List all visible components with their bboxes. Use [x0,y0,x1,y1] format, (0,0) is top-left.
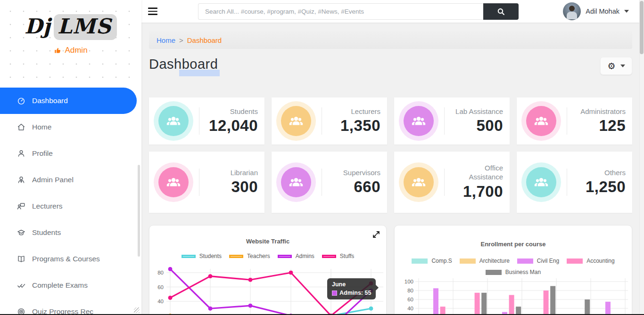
breadcrumb: Home > Dashboard [149,31,632,49]
stat-value: 125 [574,117,626,135]
page-title: Dashboard [149,57,218,72]
stat-value: 12,040 [206,117,258,135]
sidebar-item-label: Programs & Courses [32,255,100,263]
gear-icon: ⚙ [607,62,615,71]
graduate-icon [17,228,25,237]
divider [567,107,567,135]
sidebar-item-students[interactable]: Students [0,219,141,246]
sidebar-item-label: Students [32,228,61,237]
stat-value: 500 [451,117,503,135]
stat-label: Office Assistance [451,164,503,182]
sidebar-item-complete-exams[interactable]: Complete Exams [0,272,141,299]
chevron-down-icon [624,10,629,13]
chevron-down-icon [620,65,625,67]
search-bar [198,3,519,20]
sidebar-item-dashboard[interactable]: Dashboard [0,88,137,114]
divider [199,169,199,196]
stat-icon-halo [154,101,193,141]
sidebar-item-label: Complete Exams [32,281,88,290]
main-content: Home > Dashboard Dashboard ⚙ Students12,… [141,23,644,315]
people-group-icon [526,167,556,197]
thumbs-up-icon [54,47,61,54]
people-group-icon [281,167,311,197]
divider [199,107,199,135]
role-row: Admin [0,46,141,55]
sidebar-item-home[interactable]: Home [0,114,141,140]
people-group-icon [281,106,311,136]
settings-button[interactable]: ⚙ [600,57,632,75]
svg-text:80: 80 [157,270,164,275]
page-scrollbar[interactable] [639,0,644,315]
sidebar-item-quiz-progress-rec[interactable]: Quiz Progress Rec [0,299,141,315]
svg-text:80: 80 [407,288,413,293]
home-icon [17,123,25,131]
topbar: Adil Mohak [141,0,644,23]
stat-icon-halo [154,162,193,202]
tooltip-value: Admins: 55 [339,290,371,296]
user-name: Adil Mohak [586,8,619,15]
lecturer-icon [17,202,25,210]
role-label: Admin [65,46,87,55]
website-traffic-card: Website Traffic StudentsTeachersAdminsSt… [149,225,387,315]
logo-part2: LMS [54,14,117,40]
svg-text:100: 100 [405,279,413,284]
stat-label: Administrators [574,107,626,116]
sidebar: DjLMS Admin DashboardHomeProfileAdmin Pa… [0,0,141,315]
people-group-icon [526,106,556,136]
people-group-icon [404,167,434,197]
stat-card-supervisors: Supervisors660 [272,152,387,213]
breadcrumb-separator: > [179,36,183,44]
user-menu[interactable]: Adil Mohak [563,2,629,20]
sidebar-item-programs-courses[interactable]: Programs & Courses [0,246,141,272]
search-input[interactable] [198,3,483,20]
line-chart-plot: 80604020 [149,226,387,315]
sidebar-menu: DashboardHomeProfileAdmin PanelLecturers… [0,88,141,315]
sidebar-scrollbar[interactable] [138,165,140,257]
hamburger-menu-icon[interactable] [148,8,157,15]
sidebar-item-admin-panel[interactable]: Admin Panel [0,167,141,193]
divider [444,169,445,196]
sidebar-item-label: Home [32,123,51,131]
svg-text:40: 40 [157,299,164,304]
stat-label: Lecturers [329,107,380,116]
stat-value: 1,700 [451,183,503,201]
stat-card-students: Students12,040 [149,97,264,145]
svg-text:40: 40 [407,306,413,311]
stat-value: 300 [206,178,258,196]
sidebar-item-lecturers[interactable]: Lecturers [0,193,141,219]
stat-value: 1,350 [329,117,380,135]
stat-label: Students [206,107,258,116]
page-title-wrap: Dashboard [149,57,218,72]
breadcrumb-home-link[interactable]: Home [157,36,175,44]
tooltip-title: June [332,281,371,288]
stat-label: Lab Assistance [451,107,503,116]
stat-card-lecturers: Lecturers1,350 [272,97,387,145]
stat-card-office-assistance: Office Assistance1,700 [394,152,510,213]
people-group-icon [158,106,189,136]
stat-label: Librarian [206,169,258,178]
user-avatar [563,2,581,20]
breadcrumb-current: Dashboard [187,36,222,44]
search-button[interactable] [483,3,519,20]
sidebar-item-profile[interactable]: Profile [0,140,141,167]
divider [444,107,445,135]
stat-icon-halo [276,162,316,202]
logo-part1: Dj [25,14,51,38]
people-group-icon [158,167,189,197]
tooltip-caret [376,285,379,291]
stat-cards-grid: Students12,040Lecturers1,350Lab Assistan… [149,97,632,213]
enrollment-card: Enrollment per course Comp.SArchitecture… [394,225,632,315]
page-scrollbar-thumb[interactable] [640,1,644,54]
tooltip-series-swatch [332,291,337,296]
chart-tooltip: June Admins: 55 [327,278,376,299]
sidebar-item-label: Admin Panel [32,176,74,184]
sidebar-item-label: Dashboard [32,97,68,105]
stat-icon-halo [276,101,316,141]
resize-grip-icon[interactable] [134,307,140,313]
app-logo[interactable]: DjLMS [0,14,141,38]
svg-text:60: 60 [157,284,164,290]
stat-card-administrators: Administrators125 [517,97,632,145]
stat-card-others: Others1,250 [517,152,632,213]
bar-chart-plot: 100806040 [395,226,632,315]
stat-label: Supervisors [329,169,380,178]
